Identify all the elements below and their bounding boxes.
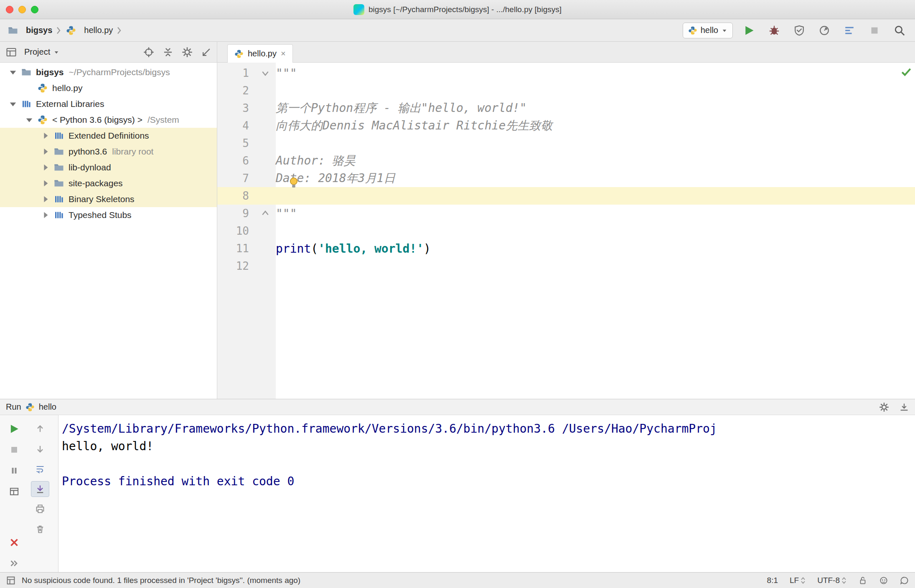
chevron-collapsed-icon[interactable]: [38, 164, 53, 171]
event-log-icon[interactable]: [900, 576, 909, 585]
intention-bulb-icon[interactable]: [287, 176, 300, 189]
code-text[interactable]: 第一个Python程序 - 输出"hello, world!": [276, 100, 915, 116]
clear-console-button[interactable]: [31, 521, 49, 537]
code-text[interactable]: """: [276, 207, 915, 220]
run-configuration-selector[interactable]: hello: [683, 23, 733, 38]
tree-item-python-3-6-bigsys[interactable]: < Python 3.6 (bigsys) >/System: [0, 112, 217, 128]
code-text[interactable]: print('hello, world!'): [276, 242, 915, 256]
close-console-button[interactable]: [5, 535, 23, 550]
tree-item-label: Typeshed Stubs: [69, 210, 132, 220]
code-line-4: 4向伟大的Dennis MacAlistair Ritchie先生致敬: [217, 117, 915, 134]
chevron-collapsed-icon[interactable]: [38, 132, 53, 139]
chevron-right-icon: [116, 27, 122, 34]
breadcrumb-project[interactable]: bigsys: [26, 25, 52, 35]
chevron-down-icon: [722, 28, 727, 33]
chevron-collapsed-icon[interactable]: [38, 180, 53, 187]
run-button[interactable]: [740, 22, 758, 39]
line-number: 6: [217, 155, 255, 167]
code-line-12: 12: [217, 257, 915, 275]
down-stack-trace-button[interactable]: [31, 441, 49, 457]
scroll-to-end-button[interactable]: [31, 481, 49, 497]
inspection-profile-icon[interactable]: [879, 576, 888, 585]
console-line: hello, world!: [62, 438, 915, 455]
lock-icon[interactable]: [858, 576, 867, 585]
code-line-11: 11print('hello, world!'): [217, 240, 915, 257]
up-stack-trace-button[interactable]: [31, 421, 49, 437]
search-everywhere-icon[interactable]: [891, 22, 908, 39]
tree-item-extended-definitions[interactable]: Extended Definitions: [0, 128, 217, 144]
chevron-expanded-icon[interactable]: [6, 68, 20, 76]
minimize-window-button[interactable]: [18, 6, 26, 13]
code-text[interactable]: Date: 2018年3月1日: [276, 170, 915, 186]
line-separator-widget[interactable]: LF: [790, 576, 806, 585]
line-number: 11: [217, 242, 255, 255]
code-text[interactable]: """: [276, 66, 915, 80]
tree-item-hello-py[interactable]: hello.py: [0, 80, 217, 96]
toolwindow-toggle-icon[interactable]: [6, 575, 16, 585]
hide-panel-button[interactable]: [201, 47, 212, 58]
tree-item-typeshed-stubs[interactable]: Typeshed Stubs: [0, 207, 217, 223]
chevron-expanded-icon[interactable]: [6, 100, 20, 108]
tree-item-label: lib-dynload: [69, 162, 111, 172]
run-config-name: hello: [39, 402, 56, 412]
run-toolbar: hello: [683, 22, 908, 39]
pause-output-button[interactable]: [5, 463, 23, 479]
close-tab-icon[interactable]: ×: [281, 49, 286, 58]
locate-file-button[interactable]: [143, 47, 154, 58]
libraries-icon: [53, 194, 65, 204]
close-window-button[interactable]: [6, 6, 13, 13]
tree-item-binary-skeletons[interactable]: Binary Skeletons: [0, 191, 217, 207]
code-line-1: 1""": [217, 64, 915, 82]
status-message[interactable]: No suspicious code found. 1 files proces…: [22, 576, 300, 585]
tree-item-external-libraries[interactable]: External Libraries: [0, 96, 217, 112]
project-view-icon: [5, 47, 18, 57]
restore-layout-button[interactable]: [5, 484, 23, 499]
chevron-collapsed-icon[interactable]: [38, 148, 53, 155]
code-line-9: 9""": [217, 205, 915, 222]
tab-label: hello.py: [248, 49, 277, 58]
rerun-button[interactable]: [5, 421, 23, 437]
code-editor[interactable]: 1"""23第一个Python程序 - 输出"hello, world!"4向伟…: [217, 63, 915, 399]
folder-icon: [7, 25, 19, 35]
hide-run-panel-button[interactable]: [899, 402, 909, 412]
soft-wrap-button[interactable]: [31, 461, 49, 477]
run-panel-title[interactable]: Run: [6, 402, 21, 412]
collapse-all-button[interactable]: [163, 47, 173, 58]
chevron-updown-icon: [841, 577, 846, 584]
caret-position-widget[interactable]: 8:1: [767, 576, 778, 585]
breadcrumb: bigsys hello.py: [7, 25, 122, 35]
run-panel-header: Run hello: [0, 399, 915, 415]
chevron-expanded-icon[interactable]: [22, 116, 36, 124]
profiler-button[interactable]: [816, 22, 833, 39]
chevron-collapsed-icon[interactable]: [38, 211, 53, 219]
encoding-widget[interactable]: UTF-8: [817, 576, 846, 585]
more-actions-icon[interactable]: [5, 555, 23, 571]
stop-button: [866, 22, 883, 39]
run-with-coverage-button[interactable]: [790, 22, 808, 39]
zoom-window-button[interactable]: [31, 6, 38, 13]
fold-marker-icon[interactable]: [255, 69, 276, 77]
fold-marker-icon[interactable]: [255, 209, 276, 218]
tree-item-bigsys[interactable]: bigsys~/PycharmProjects/bigsys: [0, 64, 217, 80]
line-number: 10: [217, 225, 255, 237]
code-reformat-button[interactable]: [841, 22, 858, 39]
breadcrumb-file[interactable]: hello.py: [84, 25, 113, 35]
tree-item-label: Extended Definitions: [69, 131, 149, 141]
code-text[interactable]: 向伟大的Dennis MacAlistair Ritchie先生致敬: [276, 118, 915, 134]
code-text[interactable]: Author: 骆昊: [276, 153, 915, 169]
folder-icon: [53, 147, 65, 157]
console-output[interactable]: /System/Library/Frameworks/Python.framew…: [58, 415, 915, 572]
chevron-collapsed-icon[interactable]: [38, 195, 53, 203]
console-line: [62, 455, 915, 473]
inspection-ok-icon[interactable]: [901, 67, 912, 78]
tree-item-lib-dynload[interactable]: lib-dynload: [0, 160, 217, 175]
gear-icon[interactable]: [182, 47, 193, 58]
tab-hello-py[interactable]: hello.py ×: [227, 44, 293, 63]
run-settings-gear-icon[interactable]: [879, 402, 889, 412]
tree-item-python3-6[interactable]: python3.6library root: [0, 144, 217, 160]
tree-item-site-packages[interactable]: site-packages: [0, 175, 217, 191]
print-button[interactable]: [31, 501, 49, 517]
project-panel-title[interactable]: Project: [24, 47, 59, 57]
debug-button[interactable]: [765, 22, 783, 39]
editor-tab-bar: hello.py ×: [217, 42, 915, 63]
